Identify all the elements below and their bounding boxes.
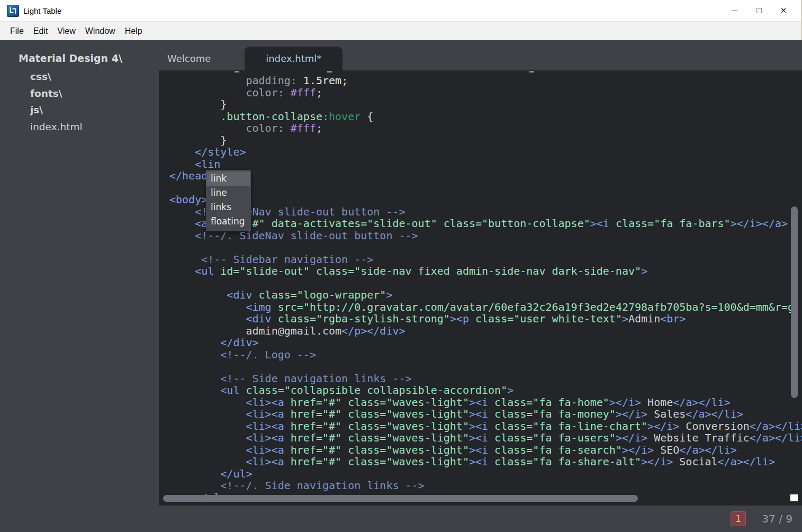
menu-view[interactable]: View xyxy=(52,22,80,41)
workspace-item-fonts[interactable]: fonts\ xyxy=(30,85,159,102)
code-line[interactable]: <img src="http://0.gravatar.com/avatar/6… xyxy=(169,301,802,313)
code-line[interactable]: padding: 1.5rem; xyxy=(169,75,802,87)
workspace-tree: css\fonts\js\index.html xyxy=(0,68,159,135)
code-content: padding: 1.5rem; color: #fff; } .button-… xyxy=(159,70,802,503)
code-line[interactable]: <a href="#" data-activates="slide-out" c… xyxy=(169,218,802,230)
code-line[interactable]: </div> xyxy=(169,337,802,349)
titlebar: Light Table ─ □ ✕ xyxy=(0,0,802,21)
menu-edit[interactable]: Edit xyxy=(29,22,53,41)
code-line[interactable]: <div class="logo-wrapper"> xyxy=(169,289,802,301)
code-line[interactable]: .button-collapse:hover { xyxy=(169,111,802,123)
code-line[interactable]: <li><a href="#" class="waves-light"><i c… xyxy=(169,408,802,420)
scrollbar-corner xyxy=(790,494,798,501)
workspace-root-folder[interactable]: Material Design 4\ xyxy=(0,40,159,64)
code-line[interactable]: <!-- SideNav slide-out button --> xyxy=(169,206,802,218)
code-line[interactable]: </ul> xyxy=(169,468,802,480)
cursor-position: 37 / 9 xyxy=(762,512,792,525)
code-line[interactable]: </style> xyxy=(169,146,802,158)
code-line[interactable]: <ul id="slide-out" class="side-nav fixed… xyxy=(169,265,802,277)
autocomplete-item-link[interactable]: link xyxy=(206,172,250,186)
code-line[interactable]: <ul class="collapsible collapsible-accor… xyxy=(169,384,802,396)
code-line[interactable]: </head> xyxy=(169,170,802,182)
window-controls: ─ □ ✕ xyxy=(723,0,796,21)
horizontal-scrollbar-thumb[interactable] xyxy=(163,495,638,502)
code-line[interactable]: <!--/. SideNav slide-out button --> xyxy=(169,230,802,242)
vertical-scrollbar-thumb[interactable] xyxy=(791,206,798,398)
menu-file[interactable]: File xyxy=(5,22,29,41)
status-badge: 1 xyxy=(731,511,746,526)
code-line[interactable] xyxy=(169,182,802,194)
code-line[interactable]: <li><a href="#" class="waves-light"><i c… xyxy=(169,432,802,444)
menu-help[interactable]: Help xyxy=(120,22,147,41)
code-line[interactable]: <div class="rgba-stylish-strong"><p clas… xyxy=(169,313,802,325)
app-logo-icon xyxy=(7,5,19,17)
tab-welcome[interactable]: Welcome xyxy=(159,47,219,70)
code-line[interactable] xyxy=(169,277,802,290)
maximize-icon[interactable]: □ xyxy=(747,0,771,21)
code-line[interactable]: color: #fff; xyxy=(169,87,802,99)
code-line[interactable]: <li><a href="#" class="waves-light"><i c… xyxy=(169,444,802,456)
code-line[interactable]: <!-- Side navigation links --> xyxy=(169,373,802,385)
tab-bar: Welcomeindex.html* xyxy=(159,47,343,70)
status-bar: 1 37 / 9 xyxy=(0,506,802,532)
code-line[interactable]: <!-- Sidebar navigation --> xyxy=(169,254,802,266)
code-line[interactable]: admin@gmail.com</p></div> xyxy=(169,325,802,337)
clipped-line-fragment xyxy=(235,71,239,73)
code-line[interactable]: <li><a href="#" class="waves-light"><i c… xyxy=(169,456,802,468)
code-line[interactable]: <!--/. Logo --> xyxy=(169,349,802,361)
workspace-item-js[interactable]: js\ xyxy=(30,102,159,119)
code-line[interactable]: color: #fff; xyxy=(169,122,802,134)
code-line[interactable]: } xyxy=(169,134,802,147)
code-line[interactable]: <body> xyxy=(169,194,802,206)
code-editor[interactable]: padding: 1.5rem; color: #fff; } .button-… xyxy=(159,70,802,506)
window-title: Light Table xyxy=(23,6,61,15)
clipped-line-fragment xyxy=(529,71,534,73)
clipped-line-fragment xyxy=(327,71,332,73)
code-line[interactable]: <lin xyxy=(169,158,802,170)
minimize-icon[interactable]: ─ xyxy=(723,0,747,21)
code-line[interactable]: } xyxy=(169,98,802,111)
autocomplete-item-floating[interactable]: floating xyxy=(206,214,251,229)
code-line[interactable] xyxy=(169,360,802,373)
menubar: FileEditViewWindowHelp xyxy=(0,21,802,40)
workspace-sidebar: Material Design 4\ css\fonts\js\index.ht… xyxy=(0,40,159,532)
workspace-item-css[interactable]: css\ xyxy=(30,68,159,85)
autocomplete-item-links[interactable]: links xyxy=(206,200,251,214)
code-line[interactable]: <li><a href="#" class="waves-light"><i c… xyxy=(169,396,802,409)
autocomplete-item-line[interactable]: line xyxy=(206,186,251,200)
tab-indexhtml[interactable]: index.html* xyxy=(245,47,343,70)
autocomplete-popup: linklinelinksfloating xyxy=(206,170,251,231)
close-icon[interactable]: ✕ xyxy=(771,0,796,21)
main-area: Material Design 4\ css\fonts\js\index.ht… xyxy=(0,40,802,532)
workspace-item-indexhtml[interactable]: index.html xyxy=(30,119,159,136)
menu-window[interactable]: Window xyxy=(80,22,120,41)
code-line[interactable]: <!--/. Side navigation links --> xyxy=(169,480,802,492)
code-line[interactable] xyxy=(169,241,802,254)
code-line[interactable]: <li><a href="#" class="waves-light"><i c… xyxy=(169,420,802,432)
